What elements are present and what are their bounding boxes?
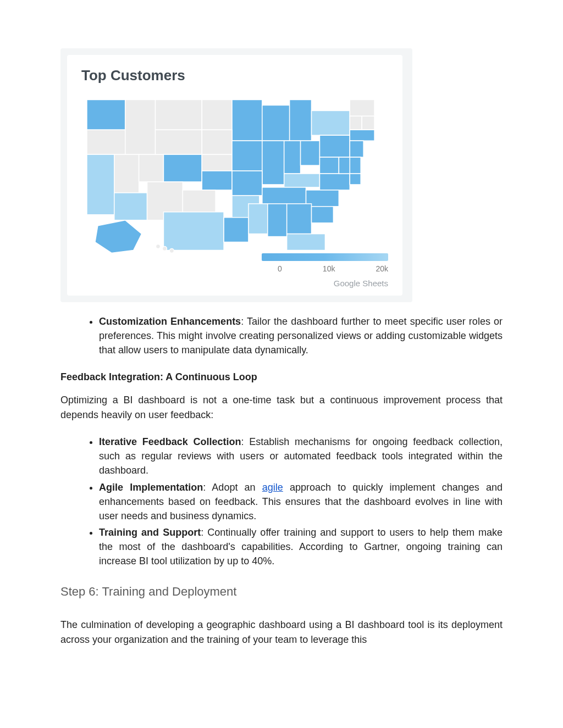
svg-rect-4 xyxy=(202,99,232,130)
svg-rect-1 xyxy=(87,130,125,154)
map-legend-labels: 0 10k 20k xyxy=(81,264,388,273)
bullet-label: Training and Support xyxy=(99,527,201,538)
svg-rect-14 xyxy=(139,154,164,182)
step-heading: Step 6: Training and Deployment xyxy=(60,585,503,599)
svg-point-47 xyxy=(156,244,161,249)
list-item: Agile Implementation: Adopt an agile app… xyxy=(99,480,503,523)
usa-map-icon: .none { fill:#ececec; } .light { fill:#a… xyxy=(81,94,388,253)
svg-rect-12 xyxy=(87,154,114,215)
bullet-list-2: Iterative Feedback Collection: Establish… xyxy=(60,435,503,568)
svg-rect-7 xyxy=(290,99,312,141)
map-card: Top Customers .none { fill:#ececec; } .l… xyxy=(60,48,412,302)
svg-point-49 xyxy=(169,249,174,253)
svg-rect-22 xyxy=(301,141,320,165)
bullet-list-1: Customization Enhancements: Tailor the d… xyxy=(60,314,503,357)
svg-rect-25 xyxy=(350,141,363,157)
svg-rect-24 xyxy=(350,130,374,141)
map-source: Google Sheets xyxy=(81,279,388,288)
svg-rect-20 xyxy=(262,141,284,185)
svg-rect-21 xyxy=(284,141,301,174)
svg-rect-35 xyxy=(350,174,361,185)
svg-rect-26 xyxy=(350,157,361,174)
list-item: Training and Support: Continually offer … xyxy=(99,525,503,568)
svg-rect-15 xyxy=(156,130,202,154)
map-inner: Top Customers .none { fill:#ececec; } .l… xyxy=(67,55,402,296)
svg-rect-16 xyxy=(202,130,232,154)
final-paragraph: The culmination of developing a geograph… xyxy=(60,618,503,647)
svg-rect-29 xyxy=(202,171,232,190)
svg-rect-37 xyxy=(163,212,224,251)
list-item: Iterative Feedback Collection: Establish… xyxy=(99,435,503,477)
svg-rect-10 xyxy=(350,116,362,130)
svg-rect-30 xyxy=(232,171,262,196)
bullet-text-pre: : Adopt an xyxy=(203,482,262,493)
svg-rect-2 xyxy=(125,99,156,154)
svg-point-48 xyxy=(162,247,167,251)
map-legend-bar xyxy=(262,253,388,261)
svg-rect-5 xyxy=(232,99,262,141)
page: Top Customers .none { fill:#ececec; } .l… xyxy=(0,0,563,669)
svg-rect-13 xyxy=(114,154,139,193)
bullet-label: Customization Enhancements xyxy=(99,316,241,327)
svg-rect-18 xyxy=(202,154,232,171)
svg-rect-8 xyxy=(312,110,350,135)
svg-rect-33 xyxy=(319,174,350,190)
svg-rect-27 xyxy=(114,193,147,220)
map-title: Top Customers xyxy=(81,67,388,84)
svg-rect-43 xyxy=(268,204,287,237)
svg-rect-46 xyxy=(287,234,325,251)
svg-rect-11 xyxy=(362,116,374,130)
legend-tick: 10k xyxy=(323,264,335,273)
legend-tick: 0 xyxy=(278,264,282,273)
svg-rect-3 xyxy=(156,99,202,130)
svg-rect-19 xyxy=(232,141,262,171)
bullet-label: Iterative Feedback Collection xyxy=(99,436,241,447)
svg-rect-36 xyxy=(183,190,216,212)
legend-tick: 20k xyxy=(376,264,388,273)
svg-rect-41 xyxy=(224,218,249,242)
svg-rect-32 xyxy=(319,157,339,174)
svg-rect-45 xyxy=(312,207,334,223)
svg-rect-31 xyxy=(284,174,320,187)
svg-rect-23 xyxy=(319,135,350,157)
bullet-label: Agile Implementation xyxy=(99,482,203,493)
list-item: Customization Enhancements: Tailor the d… xyxy=(99,314,503,357)
svg-rect-9 xyxy=(350,99,374,116)
svg-rect-6 xyxy=(262,105,290,141)
intro-paragraph: Optimizing a BI dashboard is not a one-t… xyxy=(60,393,503,423)
svg-rect-17 xyxy=(163,154,202,182)
svg-rect-0 xyxy=(87,99,125,130)
agile-link[interactable]: agile xyxy=(262,482,283,493)
svg-rect-42 xyxy=(249,204,268,234)
section-subheading: Feedback Integration: A Continuous Loop xyxy=(60,371,503,383)
svg-rect-34 xyxy=(339,157,350,174)
svg-rect-39 xyxy=(262,187,306,204)
svg-rect-44 xyxy=(287,204,312,234)
